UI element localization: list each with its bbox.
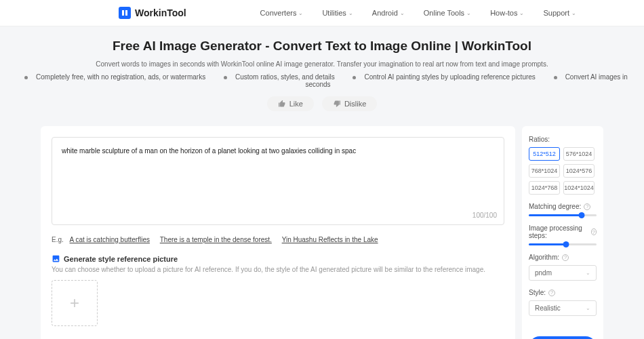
steps-label: Image processing steps:? (529, 224, 597, 239)
example-link[interactable]: A cat is catching butterflies (70, 236, 150, 243)
ratio-option[interactable]: 1024*768 (529, 181, 560, 195)
header: WorkinTool Converters⌄ Utilities⌄ Androi… (0, 0, 644, 26)
chevron-down-icon: ⌄ (571, 10, 576, 16)
like-button[interactable]: Like (267, 96, 314, 111)
hero: Free AI Image Generator - Convert Text t… (0, 26, 644, 118)
prompt-text: white marble sculpture of a man on the h… (62, 147, 494, 155)
reference-title: Generate style reference picture (52, 254, 504, 263)
page-title: Free AI Image Generator - Convert Text t… (0, 39, 644, 54)
example-link[interactable]: There is a temple in the dense forest. (160, 236, 272, 243)
steps-slider[interactable] (529, 243, 597, 245)
feature-list: Completely free, with no registration, a… (0, 73, 644, 88)
chevron-down-icon: ⌄ (586, 305, 590, 311)
thumbs-down-icon (333, 100, 341, 108)
chevron-down-icon: ⌄ (466, 10, 471, 16)
ratio-option[interactable]: 512*512 (529, 147, 560, 161)
reference-desc: You can choose whether to upload a pictu… (52, 266, 504, 273)
chevron-down-icon: ⌄ (298, 10, 303, 16)
help-icon[interactable]: ? (562, 254, 569, 261)
nav-support[interactable]: Support⌄ (543, 9, 576, 17)
nav-online-tools[interactable]: Online Tools⌄ (424, 9, 471, 17)
logo-icon (119, 7, 131, 19)
nav-android[interactable]: Android⌄ (372, 9, 405, 17)
ratio-option[interactable]: 768*1024 (529, 164, 560, 178)
ratios-label: Ratios: (529, 136, 597, 143)
prompt-input[interactable]: white marble sculpture of a man on the h… (52, 137, 504, 225)
chevron-down-icon: ⌄ (400, 10, 405, 16)
style-select[interactable]: Realistic⌄ (529, 300, 597, 316)
help-icon[interactable]: ? (584, 203, 590, 210)
algorithm-label: Algorithm:? (529, 254, 597, 261)
chevron-down-icon: ⌄ (586, 270, 590, 276)
ratio-grid: 512*512 576*1024 768*1024 1024*576 1024*… (529, 147, 597, 195)
settings-panel: Ratios: 512*512 576*1024 768*1024 1024*5… (522, 126, 603, 339)
thumbs-up-icon (278, 100, 286, 108)
help-icon[interactable]: ? (548, 290, 555, 296)
feedback-bar: Like Dislike (0, 96, 644, 111)
char-counter: 100/100 (472, 212, 497, 219)
upload-button[interactable]: + (52, 280, 98, 326)
examples-row: E.g. A cat is catching butterflies There… (52, 236, 504, 243)
main-nav: Converters⌄ Utilities⌄ Android⌄ Online T… (260, 9, 576, 17)
chevron-down-icon: ⌄ (519, 10, 524, 16)
help-icon[interactable]: ? (591, 228, 597, 235)
algorithm-select[interactable]: pndm⌄ (529, 265, 597, 281)
matching-label: Matching degree:? (529, 203, 597, 210)
ratio-option[interactable]: 1024*1024 (563, 181, 595, 195)
dislike-button[interactable]: Dislike (322, 96, 377, 111)
nav-converters[interactable]: Converters⌄ (260, 9, 304, 17)
svg-rect-0 (122, 10, 124, 16)
page-subtitle: Convert words to images in seconds with … (0, 60, 644, 68)
logo[interactable]: WorkinTool (119, 7, 186, 19)
style-label: Style:? (529, 289, 597, 296)
brand-name: WorkinTool (135, 7, 186, 18)
nav-utilities[interactable]: Utilities⌄ (322, 9, 353, 17)
ratio-option[interactable]: 1024*576 (563, 164, 595, 178)
prompt-panel: white marble sculpture of a man on the h… (41, 126, 515, 339)
nav-howtos[interactable]: How-tos⌄ (490, 9, 524, 17)
image-icon (52, 254, 60, 263)
matching-slider[interactable] (529, 214, 597, 216)
generate-button[interactable]: Generate (529, 336, 597, 339)
chevron-down-icon: ⌄ (348, 10, 353, 16)
plus-icon: + (70, 294, 79, 313)
ratio-option[interactable]: 576*1024 (563, 147, 595, 161)
example-link[interactable]: Yin Huashu Reflects in the Lake (282, 236, 378, 243)
svg-rect-1 (125, 10, 127, 16)
